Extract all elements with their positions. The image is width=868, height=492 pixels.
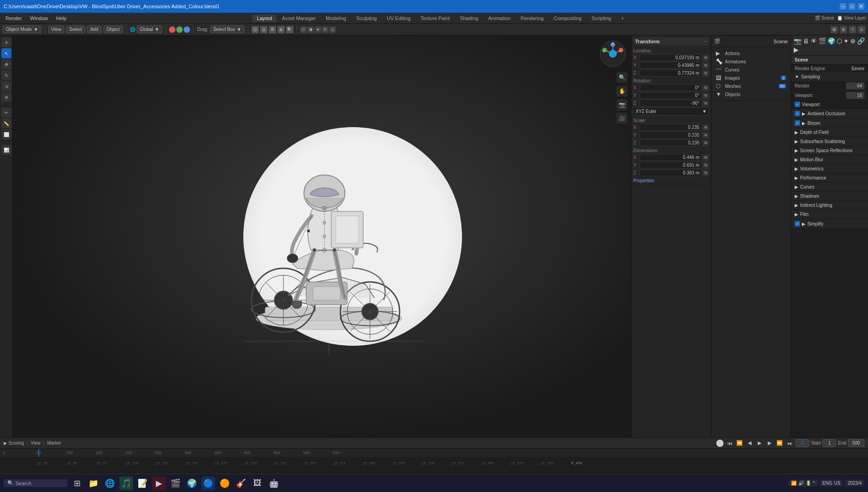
render-icon-4[interactable]: ⊙ [322,26,329,33]
chart-tool[interactable]: 📊 [1,145,11,155]
vol-header[interactable]: ▶ Volumetrics [791,164,868,173]
minimize-button[interactable]: ─ [840,3,846,10]
render-obj-icon[interactable]: ⬡ [837,37,842,45]
start-frame-input[interactable]: 1 [822,439,836,447]
scale-z-value[interactable]: 0.235 [640,139,702,146]
taskbar-app10-icon[interactable]: 🎸 [234,477,248,490]
next-key-btn[interactable]: ▶ [765,439,774,447]
render-anim-icon[interactable]: ▶ [794,46,799,53]
add-cube-tool[interactable]: ⬜ [1,129,11,139]
bloom-checkbox[interactable]: ✓ [795,120,800,126]
scale-x-copy[interactable]: ⧉ [703,124,709,131]
scene-item-meshes[interactable]: ⬡ Meshes 60 [714,82,788,90]
scene-item-curves[interactable]: 〰 Curves [714,66,788,74]
shadows-header[interactable]: ▶ Shadows [791,192,868,200]
measure-tool[interactable]: 📏 [1,118,11,128]
taskbar-yt-icon[interactable]: ▶ [152,477,166,490]
viewport-checkbox[interactable]: ✓ [795,102,800,107]
taskbar-spotify-icon[interactable]: 🎵 [119,477,133,490]
tab-rendering[interactable]: Rendering [516,15,548,22]
mb-header[interactable]: ▶ Motion Blur [791,155,868,164]
tab-shading[interactable]: Shading [455,15,483,22]
taskbar-windows-icon[interactable]: ⊞ [70,477,84,490]
bloom-header[interactable]: ✓ ▶ Bloom [791,118,868,128]
menu-help[interactable]: Help [52,15,70,22]
taskbar-blender-icon[interactable]: 🔵 [201,477,215,490]
transform-tool[interactable]: ⊕ [1,92,11,102]
taskbar-file-explorer[interactable]: 📁 [87,477,100,490]
tab-sculpting[interactable]: Sculpting [352,15,381,22]
render-world-icon[interactable]: 🌍 [827,37,835,45]
taskbar-media-icon[interactable]: 🎬 [169,477,182,490]
dim-z-value[interactable]: 0.383 m [640,169,702,176]
tab-scripting[interactable]: Scripting [587,15,616,22]
tab-asset-manager[interactable]: Asset Manager [277,15,320,22]
properties-link[interactable]: Properties [633,177,709,184]
rot-z-value[interactable]: -90° [640,100,702,107]
timeline-keyframes[interactable]: △F_25 △F_50 △F_75 △F_100 △F_125 △F_150 △… [0,457,868,469]
rot-y-value[interactable]: 0° [640,92,702,99]
il-header[interactable]: ▶ Indirect Lighting [791,201,868,210]
ssr-header[interactable]: ▶ Screen Space Reflections [791,146,868,155]
snap-icon-5[interactable]: 🔍 [286,26,293,33]
timeline-track[interactable]: 3 50 100 150 200 250 300 350 400 450 500… [0,449,868,474]
dof-header[interactable]: ▶ Depth of Field [791,128,868,137]
scene-item-actions[interactable]: ▶ Actions [714,49,788,57]
render-icon-1[interactable]: ⬡ [300,26,307,33]
end-frame-input[interactable]: 500 [848,439,864,447]
view-btn[interactable]: View [48,26,65,33]
rot-y-copy[interactable]: ⧉ [703,92,709,99]
render-icon-2[interactable]: ◑ [308,26,314,33]
perf-header[interactable]: ▶ Performance [791,174,868,182]
hand-viewport-icon[interactable]: ✋ [616,86,627,97]
menu-window[interactable]: Window [26,15,51,22]
jump-start-btn[interactable]: ⏮ [725,439,734,447]
curves-header[interactable]: ▶ Curves [791,183,868,191]
settings-icon[interactable]: ⚙ [840,26,847,33]
next-frame-btn[interactable]: ⏩ [776,439,784,447]
viewport[interactable]: User Perspective Uber Driver_Accessories… [13,36,631,437]
dim-y-value[interactable]: 0.691 m [640,162,702,169]
clock-display[interactable]: ENG US [820,480,843,487]
loc-z-copy[interactable]: ⧉ [703,70,709,77]
dim-z-copy[interactable]: ⧉ [703,170,709,176]
render-constraint-icon[interactable]: 🔗 [857,37,865,45]
rot-z-copy[interactable]: ⧉ [703,100,709,107]
dim-x-value[interactable]: 0.446 m [640,154,702,161]
scale-x-value[interactable]: 0.235 [640,124,702,131]
date-time-display[interactable]: 2023/4 [845,480,864,487]
tab-add[interactable]: + [616,15,628,22]
loc-x-copy[interactable]: ⧉ [703,55,709,61]
tab-layout[interactable]: Layout [252,15,277,22]
sss-header[interactable]: ▶ Subsurface Scattering [791,137,868,146]
simp-checkbox[interactable]: ✓ [795,221,800,226]
snap-icon-4[interactable]: ⊕ [277,26,285,33]
nav-gizmo[interactable]: X Y Z [599,40,627,67]
prev-key-btn[interactable]: ◀ [745,439,754,447]
select-tool[interactable]: ↖ [1,48,11,58]
taskbar-app9-icon[interactable]: 🟠 [218,477,231,490]
scale-z-copy[interactable]: ⧉ [703,140,709,146]
ao-header[interactable]: ✓ ▶ Ambient Occlusion [791,109,868,118]
film-header[interactable]: ▶ Film [791,210,868,219]
loc-y-copy[interactable]: ⧉ [703,62,709,69]
filter2-icon[interactable]: ▽ [849,26,856,33]
sampling-header[interactable]: ▼ Sampling [791,72,868,81]
taskbar-chrome-icon[interactable]: 🌐 [103,477,117,490]
taskbar-clip-icon[interactable]: 📝 [136,477,149,490]
snap-icon-1[interactable]: ⊡ [252,26,259,33]
play-btn[interactable]: ▶ [755,439,764,447]
render-cam-icon[interactable]: 📷 [794,37,801,45]
mode-dropdown[interactable]: Object Mode ▼ [3,26,41,33]
taskbar-app11-icon[interactable]: 🖼 [251,477,264,490]
object-btn[interactable]: Object [103,26,123,33]
rotate-tool[interactable]: ↻ [1,70,11,80]
scale-tool[interactable]: ⇲ [1,81,11,91]
prev-frame-btn[interactable]: ⏪ [735,439,744,447]
scale-y-value[interactable]: 0.235 [640,132,702,138]
render-particles-icon[interactable]: ✦ [843,37,849,45]
render-output-icon[interactable]: 🖥 [803,37,809,45]
scale-y-copy[interactable]: ⧉ [703,132,709,138]
simp-header[interactable]: ✓ ▶ Simplify [791,219,868,228]
transform-dropdown[interactable]: Global ▼ [137,26,163,33]
